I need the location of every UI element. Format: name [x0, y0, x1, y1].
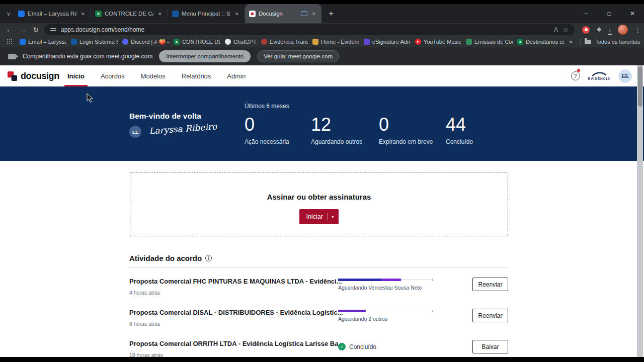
- stat-label: Aguardando outros: [311, 138, 379, 145]
- account-avatar[interactable]: EE: [618, 69, 632, 83]
- bookmark-item[interactable]: Destinatários com T...: [517, 39, 564, 45]
- url-text[interactable]: apps.docusign.com/send/home: [61, 26, 549, 33]
- bookmark-item[interactable]: Email – Laryssa Ribe...: [20, 39, 66, 45]
- bookmark-label: Emissão de Compro...: [474, 39, 513, 45]
- period-label: Últimos 6 meses: [245, 103, 289, 110]
- progress-fill: [338, 279, 401, 281]
- agreement-title[interactable]: Proposta Comercial DISAL - DISTRIBUIDORE…: [129, 309, 343, 316]
- header-right: ? EVIDÊNCIA EE: [571, 65, 632, 86]
- bookmark-item[interactable]: eSignature Admin |...: [364, 39, 411, 45]
- info-icon[interactable]: i: [205, 255, 212, 261]
- youtube-music-favicon: [415, 39, 421, 45]
- agreement-status: ✓ Concluído: [338, 340, 433, 350]
- downloads-icon[interactable]: ↓: [608, 27, 611, 33]
- excel-favicon: [517, 39, 523, 45]
- nav-modelos[interactable]: Modelos: [133, 65, 174, 86]
- page-scrollbar[interactable]: [637, 65, 643, 357]
- agreement-row: Proposta Comercial ORRITH LTDA - Evidênc…: [129, 340, 508, 357]
- agreement-title[interactable]: Proposta Comercial FHC PINTURAS E MAQUIN…: [129, 278, 342, 285]
- new-tab-button[interactable]: +: [325, 7, 338, 20]
- bookmark-item[interactable]: Evidencia Transport...: [261, 39, 308, 45]
- minimize-button[interactable]: –: [575, 4, 598, 23]
- docusign-page: docusign Início Acordos Modelos Relatóri…: [0, 65, 644, 357]
- bookmark-item[interactable]: Emissão de Compro...: [466, 39, 513, 45]
- close-icon[interactable]: ✕: [79, 11, 87, 17]
- stat-action-needed: 0 Ação necessária: [245, 116, 311, 145]
- completed-label: Concluído: [349, 343, 376, 350]
- hero-banner: Bem-vindo de volta EL Laryssa Ribeiro Úl…: [0, 86, 644, 161]
- stop-sharing-button[interactable]: Interromper compartilhamento: [159, 50, 251, 62]
- nav-relatorios[interactable]: Relatórios: [174, 65, 219, 86]
- bookmark-item[interactable]: Discord | # 🍑 -be...: [122, 39, 169, 45]
- tab-title: CONTROLE DE CADASTRO.xlsx: [105, 11, 153, 17]
- stat-value: 0: [245, 116, 311, 134]
- window-controls: – □ ✕: [575, 4, 644, 23]
- chevron-down-icon[interactable]: ▾: [332, 214, 334, 219]
- tab-ssw[interactable]: Menu Principal :: SSW Sistema ✕: [168, 4, 245, 23]
- bookmark-label: CONTROLE DE CAD...: [182, 39, 220, 45]
- nav-admin[interactable]: Admin: [219, 65, 254, 86]
- bookmark-item[interactable]: Login Sistema SSW L...: [71, 39, 118, 45]
- bookmark-item[interactable]: ChatGPT: [225, 39, 257, 45]
- tab-excel[interactable]: CONTROLE DE CADASTRO.xlsx ✕: [91, 4, 168, 23]
- nav-inicio[interactable]: Início: [59, 65, 93, 86]
- tab-search-icon[interactable]: ∨: [3, 8, 14, 19]
- bookmark-item[interactable]: YouTube Music: [415, 39, 461, 45]
- view-tab-button[interactable]: Ver guia: meet.google.com: [257, 50, 339, 62]
- apps-grid-icon[interactable]: [4, 36, 15, 47]
- tab-title: Menu Principal :: SSW Sistema: [182, 11, 230, 17]
- scrollbar-thumb[interactable]: [638, 66, 642, 107]
- progress-segment-purple: [381, 279, 401, 281]
- outlook-favicon: [18, 11, 25, 17]
- evidencia-favicon: [261, 39, 267, 45]
- stat-expiring-soon: 0 Expirando em breve: [379, 116, 446, 145]
- docusign-logo[interactable]: docusign: [7, 65, 59, 86]
- start-button[interactable]: Iniciar ▾: [299, 209, 339, 224]
- bookmarks-overflow-icon[interactable]: »: [569, 38, 573, 45]
- tab-title: Email – Laryssa Ribeiro - Outlo: [28, 11, 76, 17]
- sign-cta-box: Assinar ou obter assinaturas Iniciar ▾: [130, 172, 508, 236]
- translate-icon[interactable]: A: [554, 26, 558, 33]
- screen: ∨ Email – Laryssa Ribeiro - Outlo ✕ CONT…: [0, 0, 644, 362]
- bookmark-item[interactable]: Home - Evidencia Log: [312, 39, 359, 45]
- close-icon[interactable]: ✕: [156, 11, 164, 17]
- bookmark-item[interactable]: CONTROLE DE CAD...: [174, 39, 220, 45]
- extensions-icon[interactable]: ❖: [596, 26, 602, 33]
- site-settings-icon[interactable]: [50, 27, 56, 32]
- maximize-button[interactable]: □: [598, 4, 621, 23]
- tab-email[interactable]: Email – Laryssa Ribeiro - Outlo ✕: [14, 4, 91, 23]
- resend-button[interactable]: Reenviar: [472, 309, 508, 322]
- address-bar[interactable]: apps.docusign.com/send/home A ☆: [44, 24, 575, 35]
- tab-sharing-indicator-icon: [301, 11, 307, 16]
- download-button[interactable]: Baixar: [472, 340, 508, 353]
- nav-acordos[interactable]: Acordos: [93, 65, 133, 86]
- forward-icon[interactable]: →: [17, 24, 28, 35]
- excel-favicon: [95, 11, 102, 17]
- help-icon[interactable]: ?: [571, 71, 580, 80]
- chatgpt-favicon: [225, 39, 231, 45]
- help-glyph: ?: [574, 73, 577, 79]
- back-icon[interactable]: ←: [4, 24, 15, 35]
- agreement-time: 6 horas atrás: [129, 321, 160, 327]
- stat-completed: 44 Concluído: [446, 116, 473, 145]
- profile-avatar[interactable]: [618, 25, 628, 35]
- browser-menu-icon[interactable]: ⋮: [634, 26, 641, 34]
- recording-extension-icon[interactable]: [582, 26, 590, 34]
- bookmark-label: YouTube Music: [424, 39, 461, 45]
- reload-icon[interactable]: ↻: [30, 24, 41, 35]
- resend-button[interactable]: Reenviar: [472, 278, 508, 291]
- all-favorites[interactable]: Todos os favoritos: [580, 36, 640, 47]
- notification-dot: [577, 69, 580, 72]
- top-black-strip: [0, 0, 644, 4]
- excel-favicon: [174, 39, 180, 45]
- status-caption: Aguardando Venceslau Sousa Neto: [338, 285, 433, 291]
- agreement-title[interactable]: Proposta Comercial ORRITH LTDA - Evidênc…: [129, 340, 344, 347]
- tab-docusign-active[interactable]: Docusign ✕: [245, 4, 321, 23]
- close-icon[interactable]: ✕: [233, 11, 240, 17]
- main-nav: Início Acordos Modelos Relatórios Admin: [59, 65, 254, 86]
- bookmark-star-icon[interactable]: ☆: [562, 26, 569, 34]
- close-icon[interactable]: ✕: [310, 11, 317, 17]
- esignature-favicon: [364, 39, 370, 45]
- user-initials-avatar: EL: [129, 126, 141, 138]
- close-window-button[interactable]: ✕: [621, 4, 644, 23]
